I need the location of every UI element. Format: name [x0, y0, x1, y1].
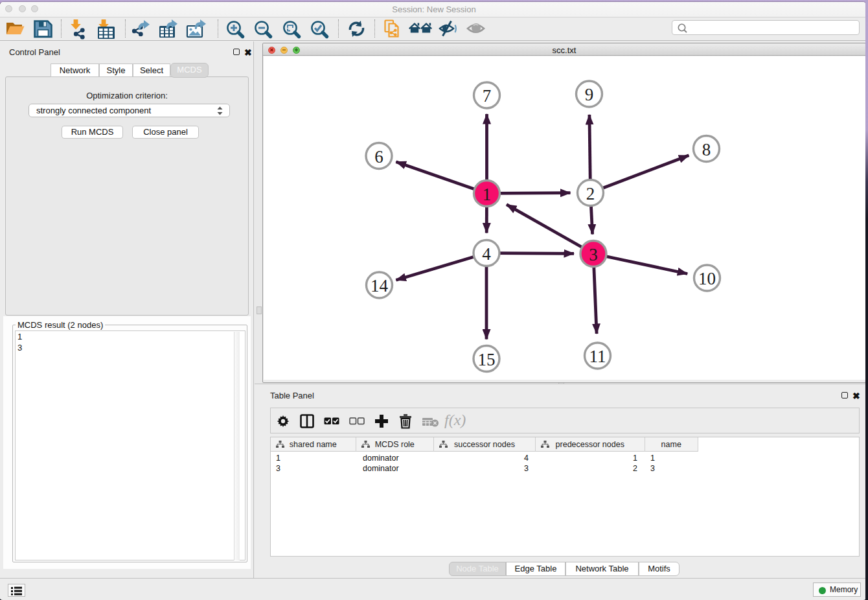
svg-text:1: 1 [483, 185, 492, 204]
svg-text:11: 11 [589, 347, 606, 366]
svg-text:9: 9 [585, 85, 594, 104]
svg-text:8: 8 [702, 140, 711, 159]
svg-text:6: 6 [374, 147, 383, 167]
svg-text:7: 7 [483, 86, 492, 106]
svg-text:4: 4 [482, 244, 491, 264]
svg-text:14: 14 [371, 276, 389, 295]
svg-text:10: 10 [698, 269, 716, 288]
svg-text:2: 2 [586, 184, 595, 203]
svg-text:3: 3 [589, 245, 598, 264]
svg-text:15: 15 [478, 350, 496, 369]
